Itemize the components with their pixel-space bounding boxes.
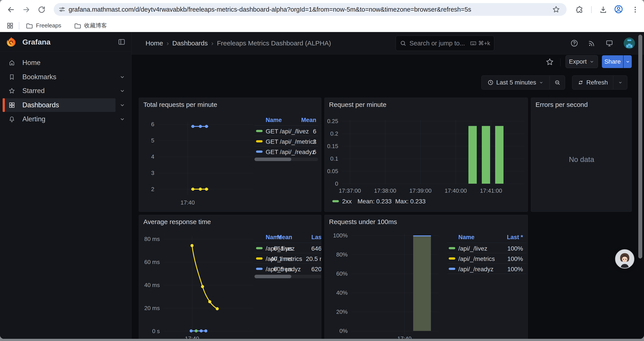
panel-avg-response-time[interactable]: Average response time 80 ms 60 ms 40 ms … — [139, 215, 321, 339]
breadcrumb-home[interactable]: Home — [146, 40, 163, 47]
series-color-pill — [449, 257, 455, 260]
main-area: Home › Dashboards › Freeleaps Metrics Da… — [132, 32, 644, 339]
extensions-icon[interactable] — [575, 5, 584, 15]
legend-scrollbar[interactable] — [254, 275, 321, 278]
toolbar-divider — [591, 6, 592, 13]
chevron-down-icon[interactable] — [119, 74, 126, 80]
monitor-icon[interactable] — [605, 39, 614, 48]
bookmark-label: 收藏博客 — [84, 22, 107, 30]
panel-errors-per-second[interactable]: Errors per second No data — [531, 98, 632, 212]
legend-series-label: 2xx — [342, 198, 352, 205]
sidebar-item-dashboards[interactable]: Dashboards — [0, 98, 132, 112]
refresh-button[interactable]: Refresh — [572, 76, 613, 89]
sidebar-item-bookmarks[interactable]: Bookmarks — [0, 70, 132, 84]
bookmark-folder-freeleaps[interactable]: Freeleaps — [26, 22, 62, 30]
legend-mean-stat: Mean: 0.233 — [358, 198, 392, 205]
back-icon[interactable] — [6, 5, 16, 15]
home-icon — [8, 59, 15, 66]
search-icon — [400, 40, 406, 47]
bar[interactable] — [495, 126, 504, 184]
star-icon — [8, 87, 15, 94]
series-color-pill — [256, 140, 262, 142]
time-range-picker[interactable]: Last 5 minutes — [482, 76, 550, 89]
search-input[interactable] — [410, 40, 467, 47]
legend-mean-header[interactable]: Mean — [262, 234, 292, 241]
chevron-down-icon[interactable] — [119, 102, 126, 108]
sidebar-item-home[interactable]: Home — [0, 56, 132, 70]
browser-window: grafana.mathmast.com/d/deytv4rwavabkb/fr… — [0, 0, 644, 339]
series-color-pill — [256, 257, 262, 260]
sidebar-item-label: Starred — [22, 87, 45, 95]
series-color-pill — [256, 247, 262, 249]
bar[interactable] — [482, 126, 490, 184]
series-color-pill — [449, 247, 455, 249]
series-color-pill — [332, 200, 339, 202]
share-dropdown-button[interactable] — [624, 55, 632, 68]
panel-request-per-minute[interactable]: Request per minute 0.25 0.2 0.15 0.1 0.0… — [324, 98, 528, 212]
panel-total-requests[interactable]: Total requests per minute 6 5 4 3 2 — [139, 98, 321, 212]
sidebar-item-label: Alerting — [22, 115, 45, 123]
refresh-label: Refresh — [586, 79, 608, 86]
grafana-logo[interactable] — [6, 37, 17, 47]
export-button[interactable]: Export — [566, 55, 598, 68]
forward-icon[interactable] — [22, 5, 31, 15]
share-button[interactable]: Share — [602, 55, 623, 68]
favorite-dashboard-star-icon[interactable] — [545, 58, 554, 66]
reload-icon[interactable] — [37, 5, 46, 15]
panel-requests-under-100ms[interactable]: Requests under 100ms 100% 80% 60% 40% 20… — [324, 215, 528, 339]
chevron-down-icon[interactable] — [119, 88, 126, 94]
url-text[interactable]: grafana.mathmast.com/d/deytv4rwavabkb/fr… — [68, 6, 551, 13]
help-icon[interactable] — [570, 39, 579, 48]
panel-title: Requests under 100ms — [329, 218, 397, 226]
time-range-group: Last 5 minutes — [481, 76, 565, 90]
apps-grid-icon[interactable] — [5, 21, 15, 31]
series-color-pill — [256, 151, 262, 153]
legend-last-header[interactable]: Las — [300, 234, 321, 241]
bookmark-folder-blogs[interactable]: 收藏博客 — [74, 22, 107, 30]
menu-dots-icon[interactable] — [630, 5, 640, 15]
collapse-sidebar-icon[interactable] — [118, 38, 126, 46]
breadcrumb-separator: › — [163, 40, 172, 47]
no-data-message: No data — [531, 155, 632, 164]
sidebar-item-alerting[interactable]: Alerting — [0, 112, 132, 126]
bookmark-star-icon[interactable] — [551, 5, 561, 14]
bar[interactable] — [468, 126, 477, 184]
zoom-out-button[interactable] — [550, 76, 565, 89]
panel-title: Request per minute — [329, 101, 386, 108]
page-scrollbar[interactable] — [638, 35, 642, 258]
refresh-interval-dropdown[interactable] — [613, 76, 627, 89]
sidebar-item-starred[interactable]: Starred — [0, 84, 132, 98]
breadcrumb-dashboards[interactable]: Dashboards — [172, 40, 208, 47]
floating-avatar[interactable] — [615, 249, 634, 269]
chevron-down-icon — [625, 59, 630, 64]
legend-scrollbar[interactable] — [254, 158, 318, 161]
grafana-brand: Grafana — [22, 32, 51, 52]
legend-name-header[interactable]: Name — [266, 117, 282, 124]
chevron-down-icon[interactable] — [119, 116, 126, 122]
sidebar: Grafana Home Bookmarks Starred — [0, 32, 132, 339]
app-header: Home › Dashboards › Freeleaps Metrics Da… — [132, 32, 644, 55]
area-series[interactable] — [413, 235, 431, 331]
user-avatar[interactable] — [624, 38, 635, 49]
clock-icon — [488, 80, 494, 86]
x-axis-tick: 17:40 — [177, 199, 198, 206]
news-rss-icon[interactable] — [588, 39, 596, 48]
actions-divider — [560, 58, 560, 66]
search-shortcut: ⌘+k — [470, 40, 490, 47]
legend-last-header[interactable]: Last * — [497, 234, 523, 241]
legend-mean-header[interactable]: Mean — [284, 117, 316, 124]
line-chart — [158, 120, 253, 199]
bookmark-icon — [8, 74, 15, 81]
bell-icon — [8, 116, 15, 123]
site-info-icon[interactable] — [57, 5, 67, 14]
bookmarks-bar: Freeleaps 收藏博客 — [0, 19, 644, 32]
downloads-icon[interactable] — [598, 5, 608, 15]
profile-icon[interactable] — [614, 5, 624, 14]
x-axis-tick: 17:40 — [181, 335, 203, 339]
dashboards-grid-icon — [8, 102, 15, 109]
address-bar[interactable]: grafana.mathmast.com/d/deytv4rwavabkb/fr… — [54, 3, 566, 16]
legend-name-header[interactable]: Name — [458, 234, 474, 241]
panel-title: Errors per second — [536, 101, 588, 108]
breadcrumb-separator: › — [208, 40, 217, 47]
search-box[interactable]: ⌘+k — [396, 36, 494, 51]
